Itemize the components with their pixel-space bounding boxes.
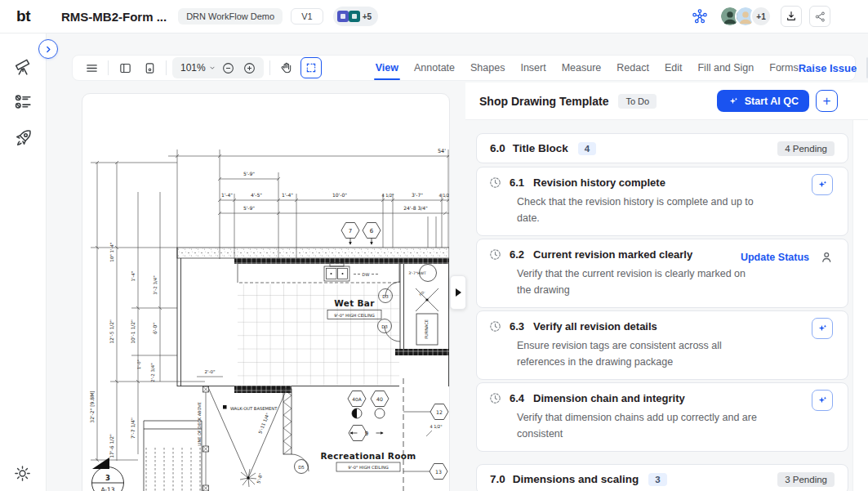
start-ai-qc-button[interactable]: Start AI QC <box>717 90 809 112</box>
ribbon-tabs: View Annotate Shapes Insert Measure Reda… <box>376 55 799 81</box>
tab-measure[interactable]: Measure <box>562 55 602 81</box>
dim-label: 1'-4" <box>221 192 233 198</box>
page-view-button[interactable] <box>139 57 160 78</box>
rocket-icon <box>13 127 33 148</box>
main-area: 101% <box>47 33 868 491</box>
pan-tool-button[interactable] <box>276 57 297 78</box>
divider <box>108 60 109 75</box>
section-gap <box>476 454 848 464</box>
section-header-7-0[interactable]: 7.0 Dimensions and scaling 3 3 Pending <box>476 464 848 491</box>
run-ai-check-button[interactable] <box>812 318 833 339</box>
gear-icon <box>13 464 32 483</box>
zoom-level-dropdown[interactable]: 101% <box>180 62 216 74</box>
ai-network-button[interactable] <box>689 6 710 27</box>
tab-fill-and-sign[interactable]: Fill and Sign <box>697 55 754 81</box>
dim-label: 4 1/2" <box>430 424 442 429</box>
hand-icon <box>279 61 293 75</box>
dim-label: 4'-5" <box>251 192 262 198</box>
collaborator-avatars[interactable]: +1 <box>719 6 772 27</box>
molecule-icon <box>691 7 709 25</box>
pending-clock-icon <box>488 391 502 405</box>
dim-label: 5'-9" <box>243 205 255 211</box>
dim-label: 12'-5 1/2" <box>109 319 114 344</box>
tab-forms[interactable]: Forms <box>769 55 798 81</box>
tab-annotate[interactable]: Annotate <box>414 55 455 81</box>
walkout-label: WALK-OUT BASEMENT <box>230 406 278 411</box>
dishwasher-label: DW <box>363 272 370 277</box>
avatar-overflow-count[interactable]: +1 <box>750 6 772 27</box>
drawing-canvas[interactable]: 54' 5'-9" 1'-4" 4'-5" 1'-4" 10'-0" 4 1/2… <box>82 93 450 491</box>
tab-view[interactable]: View <box>376 55 398 81</box>
hex-marker: 7 <box>349 228 352 234</box>
hex-marker: 6 <box>370 228 374 234</box>
rail-item-checklists[interactable] <box>13 92 33 112</box>
pending-clock-icon <box>488 176 502 190</box>
dim-label: 3'-2 3/4" <box>153 275 158 295</box>
update-status-link[interactable]: Update Status <box>741 252 809 263</box>
item-description: Verify that the current revision is clea… <box>517 266 758 298</box>
marquee-select-button[interactable] <box>300 57 322 78</box>
page-icon <box>143 61 157 75</box>
sidebar-expand-button[interactable] <box>38 39 58 59</box>
dim-label: 3'-7" <box>412 192 423 198</box>
door-marker: D3 <box>381 324 388 329</box>
app-window: bt RMS-MB2-Form ... DRN WorkFlow Demo V1… <box>0 0 868 491</box>
dim-label: 4 1/2" <box>381 193 394 198</box>
chevron-down-icon <box>208 64 216 72</box>
zoom-out-button[interactable] <box>220 59 238 77</box>
dim-label: 24'-8 3/4" <box>403 205 428 211</box>
dim-label: 17'-6 1/2" <box>109 434 114 458</box>
marquee-select-icon <box>305 61 318 74</box>
section-header-6-0[interactable]: 6.0 Title Block 4 4 Pending <box>476 133 848 163</box>
linked-apps-pill[interactable]: +5 <box>333 7 378 26</box>
left-rail <box>0 33 47 491</box>
chevron-right-icon <box>43 44 54 55</box>
plus-circle-icon <box>243 61 256 75</box>
download-button[interactable] <box>781 6 802 27</box>
door-marker: D3 <box>382 294 389 299</box>
floor-plan-drawing: 54' 5'-9" 1'-4" 4'-5" 1'-4" 10'-0" 4 1/2… <box>82 94 449 491</box>
item-number: 6.2 <box>510 248 524 261</box>
section-count-badge: 3 <box>648 473 666 486</box>
tab-insert[interactable]: Insert <box>520 55 545 81</box>
checklist-title: Shop Drawing Template <box>479 95 608 108</box>
item-title: Verify all revision details <box>533 320 657 333</box>
item-title: Dimension chain and integrity <box>533 392 685 404</box>
start-ai-qc-label: Start AI QC <box>745 96 799 107</box>
workflow-badge: DRN WorkFlow Demo <box>178 8 283 25</box>
zoom-in-button[interactable] <box>241 59 259 77</box>
section-count-badge: 4 <box>578 142 596 155</box>
menu-button[interactable] <box>81 57 102 78</box>
section-number: 6.0 <box>490 142 505 154</box>
assign-person-icon[interactable] <box>820 250 835 265</box>
dim-label: 10" <box>109 254 114 262</box>
rail-item-explore[interactable] <box>13 56 33 77</box>
version-badge: V1 <box>291 8 323 25</box>
dim-label: 7'-7 1/4" <box>130 417 136 439</box>
add-checklist-button[interactable]: + <box>816 90 838 112</box>
run-ai-check-button[interactable] <box>812 174 833 195</box>
rail-item-automation[interactable] <box>13 127 33 148</box>
tab-redact[interactable]: Redact <box>617 55 649 81</box>
dim-label: 32'-2" [9.8M] <box>89 391 95 422</box>
minus-circle-icon <box>221 61 235 75</box>
section-title: Title Block <box>513 142 568 154</box>
rail-item-settings[interactable] <box>13 464 33 484</box>
raise-issue-link[interactable]: Raise Issue <box>799 62 857 74</box>
run-ai-check-button[interactable] <box>812 390 833 411</box>
tab-shapes[interactable]: Shapes <box>470 55 505 81</box>
item-description: Check that the revision history is compl… <box>517 194 758 226</box>
checklist-item-6-2: 6.2 Current revision marked clearly Veri… <box>476 239 848 308</box>
sparkle-icon <box>817 323 828 334</box>
panel-collapse-handle[interactable] <box>450 275 466 310</box>
checklist-item-6-3: 6.3 Verify all revision details Ensure r… <box>476 310 848 380</box>
tab-edit[interactable]: Edit <box>665 55 683 81</box>
item-number: 6.1 <box>510 176 524 189</box>
dim-label: 10'-1 1/2" <box>130 319 136 344</box>
dim-label: 54' <box>438 148 446 154</box>
panel-toggle-button[interactable] <box>114 57 136 78</box>
share-button[interactable] <box>809 6 830 27</box>
dim-label: 1'-4" <box>282 192 293 198</box>
deck-line-note: LINE OF DECK ABOVE <box>197 402 202 446</box>
checklist-items: 6.0 Title Block 4 4 Pending 6.1 Revision… <box>476 133 848 491</box>
